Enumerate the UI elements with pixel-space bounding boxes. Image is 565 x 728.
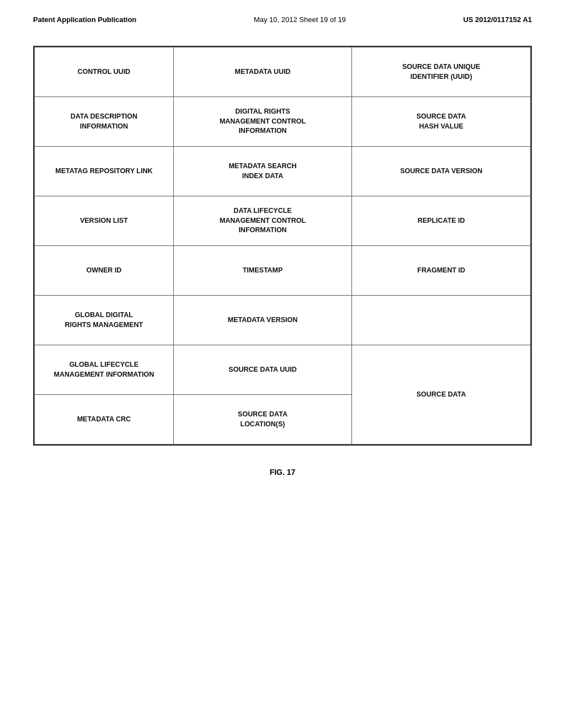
table-cell-col2: METADATA VERSION — [173, 296, 352, 345]
table-cell-col1: METADATA CRC — [35, 395, 174, 445]
table-row: METATAG REPOSITORY LINKMETADATA SEARCHIN… — [35, 147, 531, 196]
table-row: VERSION LISTDATA LIFECYCLEMANAGEMENT CON… — [35, 196, 531, 246]
table-cell-col2: DATA LIFECYCLEMANAGEMENT CONTROLINFORMAT… — [173, 196, 352, 246]
table-cell-col2: DIGITAL RIGHTSMANAGEMENT CONTROLINFORMAT… — [173, 97, 352, 147]
table-cell-col3: FRAGMENT ID — [352, 246, 531, 296]
table-cell-col1: GLOBAL LIFECYCLEMANAGEMENT INFORMATION — [35, 345, 174, 395]
table-cell-col2: TIMESTAMP — [173, 246, 352, 296]
header-left: Patent Application Publication — [33, 15, 136, 24]
page: Patent Application Publication May 10, 2… — [0, 0, 565, 728]
table-cell-col3: SOURCE DATA UNIQUEIDENTIFIER (UUID) — [352, 47, 531, 97]
table-cell-col3 — [352, 296, 531, 345]
table-cell-col1: CONTROL UUID — [35, 47, 174, 97]
figure-caption: FIG. 17 — [0, 468, 565, 477]
table-cell-col2: METADATA SEARCHINDEX DATA — [173, 147, 352, 196]
table-cell-col2: SOURCE DATALOCATION(S) — [173, 395, 352, 445]
page-header: Patent Application Publication May 10, 2… — [0, 0, 565, 29]
table-cell-col3-source-data: SOURCE DATA — [352, 345, 531, 445]
table-cell-col1: VERSION LIST — [35, 196, 174, 246]
table-cell-col1: GLOBAL DIGITALRIGHTS MANAGEMENT — [35, 296, 174, 345]
table-row: CONTROL UUIDMETADATA UUIDSOURCE DATA UNI… — [35, 47, 531, 97]
table-cell-col3: SOURCE DATAHASH VALUE — [352, 97, 531, 147]
header-right: US 2012/0117152 A1 — [463, 15, 532, 24]
data-table: CONTROL UUIDMETADATA UUIDSOURCE DATA UNI… — [34, 47, 531, 445]
data-table-container: CONTROL UUIDMETADATA UUIDSOURCE DATA UNI… — [33, 46, 532, 446]
table-cell-col2: SOURCE DATA UUID — [173, 345, 352, 395]
table-cell-col1: METATAG REPOSITORY LINK — [35, 147, 174, 196]
table-cell-col3: REPLICATE ID — [352, 196, 531, 246]
header-center: May 10, 2012 Sheet 19 of 19 — [254, 15, 346, 24]
table-row: GLOBAL LIFECYCLEMANAGEMENT INFORMATIONSO… — [35, 345, 531, 395]
table-cell-col1: OWNER ID — [35, 246, 174, 296]
table-cell-col2: METADATA UUID — [173, 47, 352, 97]
table-cell-col3: SOURCE DATA VERSION — [352, 147, 531, 196]
table-row: DATA DESCRIPTIONINFORMATIONDIGITAL RIGHT… — [35, 97, 531, 147]
table-row: OWNER IDTIMESTAMPFRAGMENT ID — [35, 246, 531, 296]
table-cell-col1: DATA DESCRIPTIONINFORMATION — [35, 97, 174, 147]
table-row: GLOBAL DIGITALRIGHTS MANAGEMENTMETADATA … — [35, 296, 531, 345]
